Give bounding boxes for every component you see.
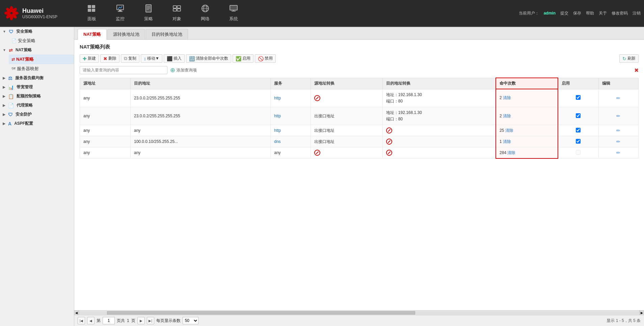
tab-bar: NAT策略 源转换地址池 目的转换地址池 <box>74 27 644 40</box>
copy-button[interactable]: ⧉ 复制 <box>121 54 139 63</box>
enabled-checkbox-5[interactable] <box>576 150 581 155</box>
sidebar-sub-security: 📄 安全策略 <box>0 36 74 46</box>
enabled-checkbox-2[interactable] <box>576 113 581 118</box>
first-page-btn[interactable]: |◀ <box>78 317 85 324</box>
col-header-hits: 命中次数 <box>496 78 558 89</box>
expand-icon-aspf: ▶ <box>3 122 5 125</box>
pagination-bar: |◀ ◀ 第 页共 1 页 ▶ ▶| 每页显示条数 50 100 200 显示 … <box>74 315 644 326</box>
cell-hits-1: 2 清除 <box>496 89 558 107</box>
nav-system[interactable]: 系统 <box>219 2 248 25</box>
col-header-src-nat: 源地址转换 <box>311 78 382 89</box>
per-page-select[interactable]: 50 100 200 <box>183 317 198 324</box>
refresh-icon: ↻ <box>622 56 626 61</box>
help-btn[interactable]: 帮助 <box>586 10 594 16</box>
scroll-thumb[interactable] <box>107 311 415 315</box>
delete-button[interactable]: ✖ 删除 <box>100 54 119 63</box>
last-page-btn[interactable]: ▶| <box>147 317 154 324</box>
next-page-btn[interactable]: ▶ <box>137 317 145 324</box>
edit-icon-4[interactable]: ✏ <box>616 139 620 144</box>
scroll-right-btn[interactable]: ▶ <box>639 310 644 315</box>
clear-btn-1[interactable]: 清除 <box>503 95 511 100</box>
tab-dst-pool[interactable]: 目的转换地址池 <box>146 29 188 39</box>
service-link-2[interactable]: http <box>274 114 281 118</box>
sidebar-item-security-policy[interactable]: 📄 安全策略 <box>9 36 74 46</box>
expand-icon-bandwidth: ▶ <box>3 85 5 89</box>
save-btn[interactable]: 保存 <box>573 10 581 16</box>
add-filter-button[interactable]: ⊕ 添加查询项 <box>170 66 197 74</box>
tab-nat-policy[interactable]: NAT策略 <box>78 29 107 40</box>
insert-button[interactable]: ⬛ 插入 <box>164 54 185 63</box>
edit-icon-5[interactable]: ✏ <box>616 150 620 155</box>
ban-icon-3 <box>386 127 392 134</box>
sidebar-group-aspf[interactable]: ▶ A ASPF配置 <box>0 119 74 128</box>
svg-rect-20 <box>177 6 181 8</box>
nav-monitor[interactable]: 监控 <box>106 2 134 25</box>
sidebar-group-protection[interactable]: ▶ 🛡 安全防护 <box>0 110 74 119</box>
per-page-label: 每页显示条数 <box>156 318 181 324</box>
page-number-input[interactable] <box>103 317 115 324</box>
clear-btn-5[interactable]: 清除 <box>507 150 515 155</box>
refresh-button[interactable]: ↻ 刷新 <box>619 54 639 63</box>
clear-btn-3[interactable]: 清除 <box>505 128 513 133</box>
col-header-edit: 编辑 <box>598 78 638 89</box>
sidebar-group-security-label: 安全策略 <box>16 29 32 34</box>
sidebar-group-security[interactable]: ▼ 🛡 安全策略 <box>0 27 74 36</box>
submit-btn[interactable]: 提交 <box>560 10 568 16</box>
clear-btn-2[interactable]: 清除 <box>503 114 511 118</box>
search-input[interactable] <box>80 66 167 74</box>
move-button[interactable]: ↕ 移动▼ <box>141 54 162 63</box>
sidebar-group-proxy[interactable]: ▶ 📄 代理策略 <box>0 101 74 110</box>
new-button[interactable]: ✚ 新建 <box>80 54 99 63</box>
prev-page-btn[interactable]: ◀ <box>87 317 95 324</box>
enabled-checkbox-3[interactable] <box>576 128 581 132</box>
clear-btn-4[interactable]: 清除 <box>503 139 511 144</box>
enable-button[interactable]: ✅ 启用 <box>233 54 253 63</box>
cell-enabled-1 <box>558 89 598 107</box>
sidebar-item-nat-policy[interactable]: ⇄ NAT策略 <box>9 55 74 64</box>
sidebar-item-server-map[interactable]: 🗺 服务器映射 <box>9 64 74 73</box>
close-filter-icon[interactable]: ✖ <box>634 67 639 73</box>
edit-icon-1[interactable]: ✏ <box>616 95 620 101</box>
service-link-4[interactable]: dns <box>274 139 280 144</box>
table-row: any any any <box>80 147 639 158</box>
cell-service-1: http <box>271 89 311 107</box>
dashboard-icon <box>87 4 97 14</box>
svg-rect-10 <box>88 9 91 12</box>
sidebar-item-server-map-label: 服务器映射 <box>17 66 39 72</box>
cell-edit-4: ✏ <box>598 136 638 147</box>
disable-button[interactable]: 🚫 禁用 <box>255 54 276 63</box>
logout-btn[interactable]: 注销 <box>633 10 641 16</box>
page-unit: 页 <box>131 318 135 324</box>
about-btn[interactable]: 关于 <box>599 10 607 16</box>
sidebar-group-nat[interactable]: ▼ ⇄ NAT策略 <box>0 46 74 55</box>
cell-enabled-5 <box>558 147 598 158</box>
sidebar-group-slb[interactable]: ▶ ⚖ 服务器负载均衡 <box>0 73 74 83</box>
clear-hits-button[interactable]: 🔢 清除全部命中次数 <box>186 54 231 63</box>
scroll-left-btn[interactable]: ◀ <box>74 310 79 315</box>
service-link-1[interactable]: http <box>274 96 281 100</box>
tab-src-pool[interactable]: 源转换地址池 <box>107 29 145 39</box>
cell-src-5: any <box>80 147 131 158</box>
refresh-label: 刷新 <box>627 56 636 61</box>
enabled-checkbox-4[interactable] <box>576 139 581 144</box>
cell-src-1: any <box>80 89 131 107</box>
edit-icon-2[interactable]: ✏ <box>616 113 620 119</box>
service-link-3[interactable]: http <box>274 128 281 133</box>
nav-network[interactable]: 网络 <box>191 2 219 25</box>
bandwidth-icon: 📊 <box>8 85 14 90</box>
cell-src-4: any <box>80 136 131 147</box>
nav-policy[interactable]: 策略 <box>134 2 163 25</box>
nav-dashboard[interactable]: 面板 <box>78 2 106 25</box>
sidebar-sub-nat: ⇄ NAT策略 🗺 服务器映射 <box>0 55 74 73</box>
cell-service-5: any <box>271 147 311 158</box>
sidebar-group-slb-label: 服务器负载均衡 <box>15 75 44 81</box>
change-password-btn[interactable]: 修改密码 <box>612 10 628 16</box>
cell-src-3: any <box>80 125 131 136</box>
enabled-checkbox-1[interactable] <box>576 95 581 100</box>
sidebar-group-bandwidth[interactable]: ▶ 📊 带宽管理 <box>0 83 74 92</box>
edit-icon-3[interactable]: ✏ <box>616 128 620 133</box>
enable-label: 启用 <box>242 56 250 61</box>
sidebar-group-quota[interactable]: ▶ 📋 配额控制策略 <box>0 92 74 101</box>
nav-object[interactable]: 对象 <box>163 2 191 25</box>
table-row: any any http 出接口地址 25 清除 <box>80 125 639 136</box>
